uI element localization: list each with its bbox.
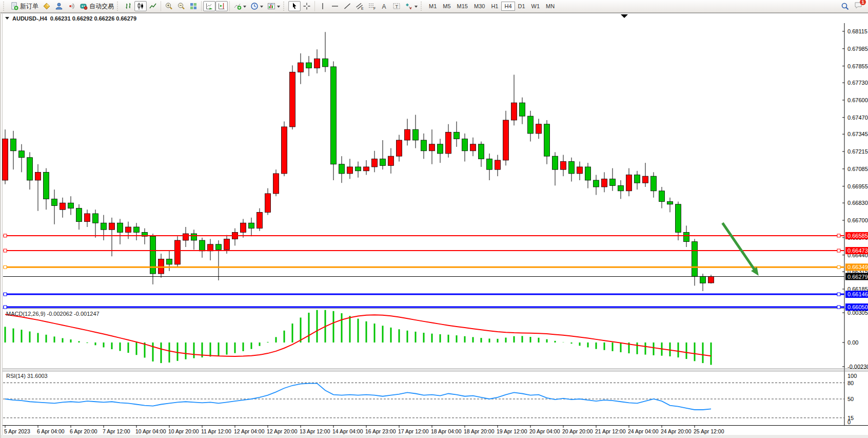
candle-up (626, 175, 632, 191)
timeframe-w1[interactable]: W1 (528, 2, 543, 11)
candle-up (3, 139, 8, 180)
horizontal-line-0.66146[interactable]: 0.66146 (3, 291, 868, 298)
line-handle[interactable] (837, 234, 840, 237)
periods-button[interactable] (248, 1, 265, 11)
line-handle[interactable] (837, 265, 840, 269)
market-watch-icon (43, 2, 51, 10)
line-handle[interactable] (4, 306, 7, 309)
line-handle[interactable] (837, 293, 840, 296)
svg-text:16 Apr 23:00: 16 Apr 23:00 (365, 428, 396, 434)
timeframe-h1[interactable]: H1 (488, 2, 501, 11)
indicators-dropdown-caret (243, 6, 246, 9)
navigator-button[interactable] (53, 1, 65, 11)
notification-badge: 1 (860, 0, 866, 5)
cursor-tool-button[interactable] (288, 1, 301, 11)
tile-windows-button[interactable] (187, 1, 200, 11)
candle-down (569, 162, 575, 174)
candle-up (405, 129, 410, 140)
fibonacci-tool-button[interactable]: F (366, 1, 378, 11)
line-handle[interactable] (837, 249, 840, 252)
line-handle[interactable] (4, 265, 7, 269)
line-handle[interactable] (837, 306, 840, 309)
timeframe-m15[interactable]: M15 (454, 2, 471, 11)
channel-tool-button[interactable]: E (353, 1, 366, 11)
notifications-button[interactable]: 1 (854, 1, 863, 12)
macd-panel: 0.0030520.00-0.002306 (5, 310, 868, 370)
candlestick-mode-button[interactable] (134, 1, 147, 11)
timeframe-h4[interactable]: H4 (501, 2, 515, 11)
zoom-in-button[interactable] (163, 1, 175, 11)
fibonacci-icon: F (368, 2, 376, 10)
svg-text:0.66700: 0.66700 (847, 217, 868, 223)
svg-text:20 Apr 04:00: 20 Apr 04:00 (529, 428, 560, 434)
toolbar-grip[interactable] (283, 2, 286, 11)
horizontal-line-0.66585[interactable]: 0.66585 (3, 232, 868, 239)
window-bottom-edge (1, 435, 868, 438)
chart-shift-button[interactable] (215, 1, 228, 11)
text-label-tool-button[interactable]: T (390, 1, 403, 11)
signals-button[interactable] (65, 1, 77, 11)
chart-frame (1, 13, 868, 438)
candle-down (76, 208, 82, 222)
toolbar-grip[interactable] (421, 2, 424, 11)
candle-up (126, 227, 131, 232)
candle-up (511, 103, 517, 120)
timeframe-mn[interactable]: MN (543, 2, 558, 11)
auto-scroll-button[interactable] (203, 1, 215, 11)
zoom-out-button[interactable] (175, 1, 187, 11)
line-chart-mode-button[interactable] (147, 1, 159, 11)
timeframe-m1[interactable]: M1 (426, 2, 440, 11)
candle-down (479, 144, 484, 159)
svg-text:-0.002306: -0.002306 (847, 364, 868, 370)
timeframe-m30[interactable]: M30 (471, 2, 488, 11)
horizontal-line-0.66349[interactable]: 0.66349 (3, 263, 868, 271)
candle-up (85, 214, 90, 222)
horizontal-line-0.66050[interactable]: 0.66050 (3, 303, 868, 311)
svg-text:25 Apr 12:00: 25 Apr 12:00 (694, 428, 724, 434)
crosshair-icon (303, 2, 311, 10)
new-order-button[interactable]: 新订单 (8, 1, 41, 11)
chart-shift-icon (218, 2, 226, 10)
shapes-tool-button[interactable] (403, 1, 420, 11)
toolbar-grip[interactable] (3, 2, 6, 11)
market-watch-button[interactable] (41, 1, 53, 11)
svg-text:0.67600: 0.67600 (847, 97, 868, 103)
candle-down (27, 158, 33, 180)
candle-down (659, 191, 665, 202)
candle-up (60, 203, 66, 210)
svg-text:A: A (382, 3, 386, 10)
indicators-button[interactable] (231, 1, 248, 11)
toolbar-grip[interactable] (117, 2, 120, 11)
chart-title[interactable]: AUDUSD-,H4 0.66231 0.66292 0.66226 0.662… (5, 15, 136, 22)
svg-text:13 Apr 12:00: 13 Apr 12:00 (300, 428, 330, 434)
candle-down (594, 180, 599, 187)
price-chart-canvas[interactable]: 0.681150.679850.678550.677300.676000.674… (1, 13, 868, 438)
trendline-tool-button[interactable] (341, 1, 353, 11)
svg-text:11 Apr 12:00: 11 Apr 12:00 (201, 428, 231, 434)
line-handle[interactable] (4, 249, 7, 252)
svg-text:0.003052: 0.003052 (847, 310, 868, 316)
search-icon[interactable] (841, 2, 850, 11)
autotrade-button[interactable]: 自动交易 (77, 1, 116, 11)
candle-up (643, 176, 648, 183)
timeframe-d1[interactable]: D1 (515, 2, 528, 11)
horizontal-line-tool-button[interactable] (329, 1, 341, 11)
text-tool-button[interactable]: A (378, 1, 390, 11)
line-handle[interactable] (4, 293, 7, 296)
templates-dropdown-caret (277, 6, 280, 9)
svg-text:0.68115: 0.68115 (847, 28, 867, 34)
candle-down (684, 232, 689, 241)
crosshair-tool-button[interactable] (301, 1, 313, 11)
candle-down (585, 167, 591, 180)
timeframe-m5[interactable]: M5 (440, 2, 453, 11)
bar-chart-icon (124, 2, 132, 10)
candle-up (495, 160, 501, 169)
candle-down (11, 139, 16, 150)
bar-chart-mode-button[interactable] (122, 1, 134, 11)
templates-button[interactable] (265, 1, 282, 11)
line-handle[interactable] (4, 234, 7, 237)
svg-text:12 Apr 04:00: 12 Apr 04:00 (234, 428, 265, 434)
candle-up (159, 259, 164, 274)
svg-text:0.67215: 0.67215 (847, 148, 868, 155)
vertical-line-tool-button[interactable] (317, 1, 329, 11)
